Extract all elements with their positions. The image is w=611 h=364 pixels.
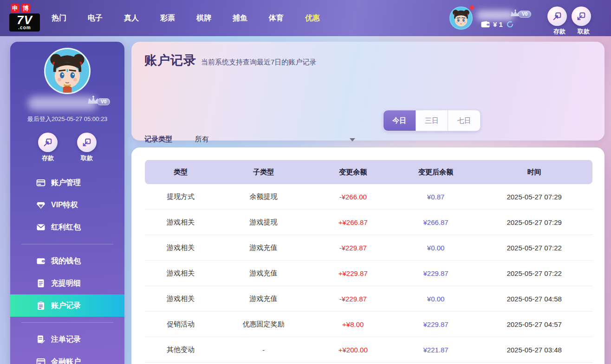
chevron-down-icon [350,138,355,141]
sidebar-avatar[interactable] [44,48,91,94]
sidebar: V0 最后登入2025-05-27 05:00:23 存款 [10,42,124,364]
table-row: 游戏相关游戏充值-¥229.87¥0.002025-05-27 04:58 [145,286,592,312]
cell-balance: ¥266.87 [396,218,476,226]
wallet-icon [36,256,46,266]
cell-change: +¥200.00 [311,346,396,354]
sidebar-item-9[interactable]: 注单记录 [10,328,124,351]
vip-badge: V0 [97,98,110,105]
topnav-item-7[interactable]: 体育 [262,13,291,23]
sidebar-withdraw-button[interactable]: 取款 [73,133,101,162]
table-body: 提现方式余额提现-¥266.00¥0.872025-05-27 07:29游戏相… [145,184,592,363]
topnav-item-5[interactable]: 棋牌 [189,13,218,23]
sidebar-deposit-button[interactable]: 存款 [34,133,62,162]
records-table: 类型子类型变更余额变更后余额时间 提现方式余额提现-¥266.00¥0.8720… [145,160,592,363]
refresh-icon[interactable] [506,20,514,28]
cell-subtype: 余额提现 [216,192,310,201]
table-row: 促销活动优惠固定奖励+¥8.00¥229.872025-05-27 04:57 [145,312,592,337]
column-header-2: 子类型 [216,168,310,177]
table-row: 游戏相关游戏提现+¥266.87¥266.872025-05-27 07:29 [145,210,592,235]
top-navbar: 申 博 7V .com 热门电子真人彩票棋牌捕鱼体育优惠 [0,0,611,36]
username-blurred [476,10,514,20]
topnav-item-8[interactable]: 优惠 [298,13,327,23]
table-row: 其他变动-+¥200.00¥221.872025-05-27 03:48 [145,337,592,363]
topnav-item-2[interactable]: 电子 [81,13,110,23]
record-type-label: 记录类型 [144,135,172,144]
sidebar-item-10[interactable]: 金融账户 [10,351,124,364]
doc-icon [36,279,46,288]
cell-change: +¥8.00 [311,320,396,328]
topnav-item-6[interactable]: 捕鱼 [226,13,254,23]
wallet-balance[interactable]: ¥ 1 [481,20,514,28]
brand-name: 7V [9,14,40,26]
cell-type: 游戏相关 [145,243,216,252]
sidebar-item-1[interactable]: 账户管理 [10,172,124,194]
sidebar-item-5[interactable]: 我的钱包 [10,250,124,272]
sidebar-item-label: 充提明细 [51,279,81,288]
brand-tld: .com [9,26,40,30]
wallet-icon [481,21,490,28]
cell-time: 2025-05-27 03:48 [476,346,592,354]
cell-subtype: 游戏充值 [216,243,310,252]
cell-change: -¥229.87 [311,244,396,252]
top-menu: 热门电子真人彩票棋牌捕鱼体育优惠 [41,0,331,36]
clipboard-icon [36,301,46,310]
topnav-item-1[interactable]: 热门 [45,13,73,23]
avatar[interactable] [449,6,473,30]
cell-change: -¥266.00 [311,193,396,201]
table-row: 提现方式余额提现-¥266.00¥0.872025-05-27 07:29 [145,184,592,210]
deposit-icon [547,6,567,26]
table-row: 游戏相关游戏充值-¥229.87¥0.002025-05-27 07:22 [145,235,592,261]
vip-icon [36,200,46,210]
column-header-4: 变更后余额 [396,168,476,177]
range-button-1[interactable]: 今日 [384,110,416,131]
avatar-image [46,49,89,93]
cell-subtype: - [216,346,310,354]
topbar-withdraw-button[interactable]: 取款 [572,6,596,36]
avatar-image [450,7,472,29]
cell-subtype: 游戏充值 [216,294,310,303]
cell-change: +¥266.87 [311,218,396,226]
withdraw-icon [572,6,591,26]
cell-type: 游戏相关 [145,218,216,227]
topbar-deposit-button[interactable]: 存款 [547,6,572,36]
sidebar-item-label: 账户管理 [51,178,81,188]
card-icon [36,357,46,364]
cell-time: 2025-05-27 07:29 [476,193,592,201]
topbar-withdraw-label: 取款 [572,27,596,36]
cell-balance: ¥0.00 [396,295,476,303]
sidebar-item-label: VIP特权 [51,200,78,210]
cell-time: 2025-05-27 04:57 [476,320,592,328]
notification-dot [470,6,474,10]
page: 申 博 7V .com 热门电子真人彩票棋牌捕鱼体育优惠 [0,0,611,364]
brand-logo[interactable]: 申 博 7V .com [9,4,44,32]
user-avatar[interactable] [449,6,473,30]
cell-change: +¥229.87 [311,269,396,277]
sidebar-item-6[interactable]: 充提明细 [10,272,124,294]
docpen-icon [36,335,46,344]
sidebar-vip-level[interactable]: V0 [87,96,110,105]
topbar-deposit-label: 存款 [547,27,572,36]
quick-range-group: 今日三日七日 [383,110,481,131]
cell-subtype: 优惠固定奖励 [216,320,310,329]
sidebar-item-3[interactable]: 红利红包 [10,216,124,238]
range-button-3[interactable]: 七日 [448,110,480,131]
records-header-card: 账户记录 当前系统支持查询最近7日的账户记录 记录类型 所有 交易日期 2025… [131,42,604,140]
sidebar-item-7[interactable]: 账户记录 [10,294,124,317]
topnav-item-3[interactable]: 真人 [117,13,146,23]
cell-type: 游戏相关 [145,294,216,303]
vip-level[interactable]: V0 [510,9,531,18]
sidebar-item-2[interactable]: VIP特权 [10,194,124,216]
sidebar-item-label: 我的钱包 [51,256,81,266]
sidebar-item-label: 红利红包 [51,223,81,232]
page-subtitle: 当前系统支持查询最近7日的账户记录 [201,58,316,67]
sidebar-deposit-label: 存款 [34,154,62,162]
sidebar-menu: 账户管理VIP特权红利红包我的钱包充提明细账户记录注单记录金融账户 [10,172,124,364]
topnav-item-4[interactable]: 彩票 [153,13,182,23]
records-table-card: 类型子类型变更余额变更后余额时间 提现方式余额提现-¥266.00¥0.8720… [131,147,604,364]
sidebar-item-label: 金融账户 [51,357,81,364]
cell-type: 游戏相关 [145,269,216,278]
cell-balance: ¥229.87 [396,320,476,328]
table-row: 游戏相关游戏充值+¥229.87¥229.872025-05-27 07:22 [145,261,592,286]
cell-type: 其他变动 [145,345,216,354]
range-button-2[interactable]: 三日 [416,110,448,131]
